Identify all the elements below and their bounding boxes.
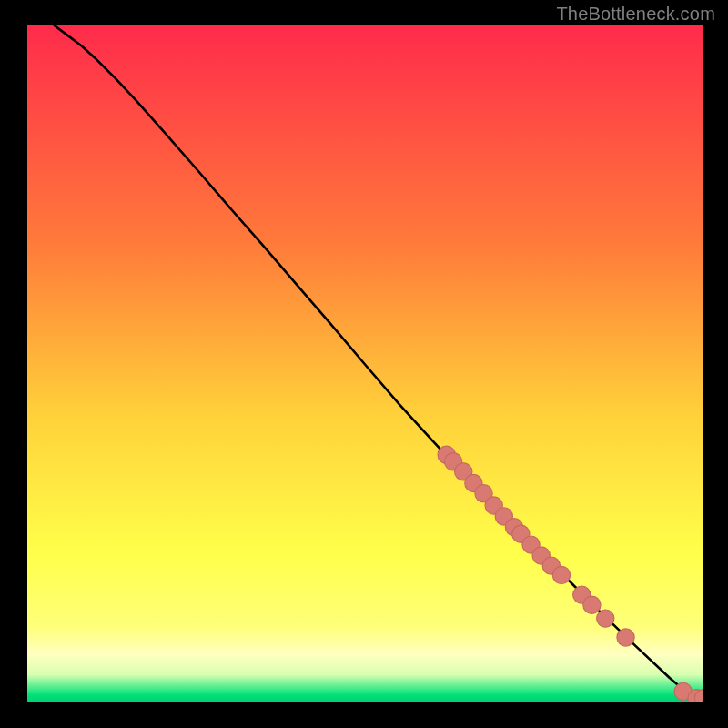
data-point <box>597 610 614 627</box>
chart-stage: TheBottleneck.com <box>0 0 728 728</box>
watermark-text: TheBottleneck.com <box>556 4 715 25</box>
chart-svg <box>27 25 703 702</box>
plot-area <box>27 25 703 702</box>
data-point <box>583 596 601 613</box>
data-point <box>617 629 634 646</box>
data-point <box>552 566 570 583</box>
